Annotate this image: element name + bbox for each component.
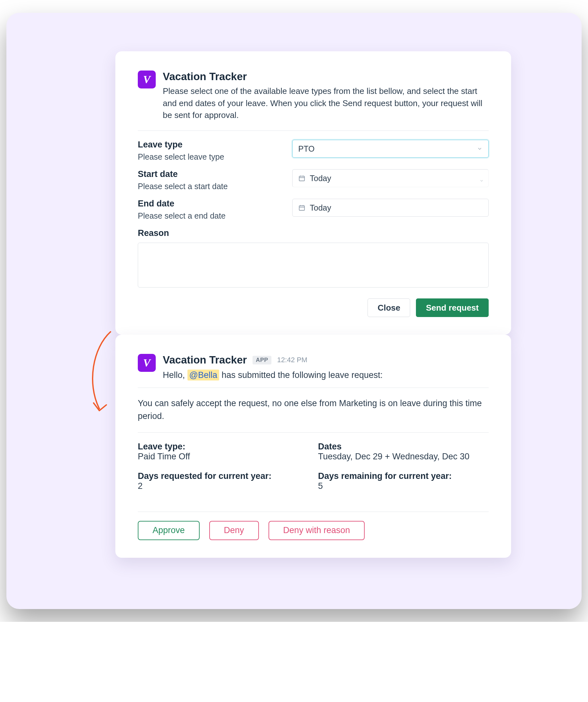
- form-actions: Close Send request: [138, 299, 489, 317]
- app-badge: APP: [253, 356, 271, 364]
- end-date-hint: Please select a end date: [138, 211, 286, 221]
- deny-with-reason-button[interactable]: Deny with reason: [269, 521, 365, 540]
- leave-notification-card: V Vacation Tracker APP 12:42 PM Hello, @…: [115, 335, 511, 558]
- svg-rect-0: [299, 176, 305, 181]
- start-date-hint: Please select a start date: [138, 182, 286, 191]
- end-date-picker[interactable]: Today: [292, 199, 489, 217]
- leave-type-label: Leave type:: [138, 442, 309, 452]
- days-remaining-label: Days remaining for current year:: [318, 471, 489, 481]
- calendar-icon: [298, 204, 305, 211]
- reason-section: Reason: [138, 228, 489, 289]
- leave-type-select[interactable]: PTO: [292, 140, 489, 158]
- days-remaining-value: 5: [318, 481, 489, 491]
- approve-button[interactable]: Approve: [138, 521, 200, 540]
- end-date-label: End date: [138, 199, 286, 209]
- reason-input[interactable]: [138, 243, 489, 287]
- deny-button[interactable]: Deny: [209, 521, 259, 540]
- days-requested-label: Days requested for current year:: [138, 471, 309, 481]
- start-date-label: Start date: [138, 169, 286, 179]
- days-requested-value: 2: [138, 481, 309, 491]
- greeting-suffix: has submitted the following leave reques…: [219, 370, 383, 380]
- app-title: Vacation Tracker: [163, 71, 489, 83]
- vacation-tracker-logo: V: [138, 71, 156, 89]
- greeting-prefix: Hello,: [163, 370, 187, 380]
- end-date-value: Today: [310, 203, 331, 213]
- app-canvas: V Vacation Tracker Please select one of …: [6, 13, 582, 609]
- calendar-icon: [298, 175, 305, 182]
- leave-type-value: PTO: [298, 144, 315, 153]
- start-date-row: Start date Please select a start date To…: [138, 169, 489, 191]
- close-button[interactable]: Close: [368, 299, 410, 317]
- app-title-text: Vacation Tracker: [163, 354, 247, 366]
- divider: [138, 511, 489, 512]
- intro-text: Please select one of the available leave…: [163, 85, 489, 121]
- divider: [138, 433, 489, 433]
- leave-type-value: Paid Time Off: [138, 452, 309, 462]
- approval-actions: Approve Deny Deny with reason: [138, 521, 489, 540]
- card-header: V Vacation Tracker Please select one of …: [138, 71, 489, 121]
- leave-type-hint: Please select leave type: [138, 152, 286, 161]
- end-date-row: End date Please select a end date Today: [138, 199, 489, 221]
- app-title-row: Vacation Tracker APP 12:42 PM: [163, 354, 489, 366]
- chevron-down-icon: [479, 176, 484, 185]
- greeting-line: Hello, @Bella has submitted the followin…: [163, 369, 489, 382]
- dates-value: Tuesday, Dec 29 + Wednesday, Dec 30: [318, 452, 489, 462]
- reason-label: Reason: [138, 228, 489, 238]
- leave-request-card: V Vacation Tracker Please select one of …: [115, 51, 511, 335]
- leave-type-label: Leave type: [138, 140, 286, 150]
- vacation-tracker-logo: V: [138, 354, 156, 372]
- svg-rect-4: [299, 206, 305, 211]
- request-details-grid: Leave type: Paid Time Off Dates Tuesday,…: [138, 442, 489, 499]
- safe-accept-note: You can safely accept the request, no on…: [138, 397, 489, 423]
- chevron-down-icon: [477, 144, 482, 153]
- send-request-button[interactable]: Send request: [416, 299, 489, 317]
- user-mention[interactable]: @Bella: [187, 370, 219, 380]
- divider: [138, 387, 489, 388]
- leave-type-row: Leave type Please select leave type PTO: [138, 140, 489, 161]
- card-header: V Vacation Tracker APP 12:42 PM Hello, @…: [138, 354, 489, 382]
- divider: [138, 130, 489, 131]
- dates-label: Dates: [318, 442, 489, 452]
- timestamp: 12:42 PM: [277, 356, 307, 364]
- start-date-value: Today: [310, 174, 331, 183]
- start-date-picker[interactable]: Today: [292, 169, 489, 187]
- app-title-text: Vacation Tracker: [163, 71, 247, 83]
